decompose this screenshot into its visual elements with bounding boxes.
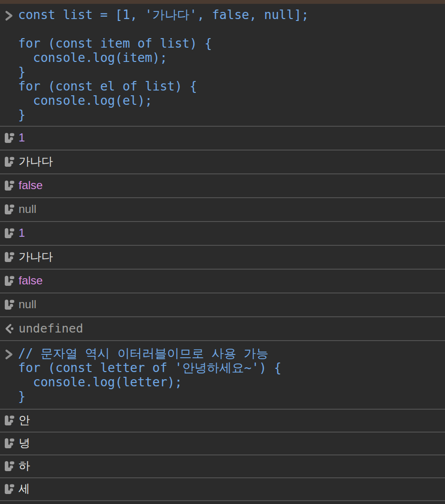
log-value-string: 세 (19, 483, 30, 495)
console-log-icon (3, 437, 16, 450)
console-log-row[interactable]: 안 (0, 409, 445, 432)
console-input-entry[interactable]: // 문자열 역시 이터러블이므로 사용 가능 for (const lette… (0, 340, 445, 409)
console-log-row[interactable]: null (0, 292, 445, 316)
code-line: } (18, 108, 445, 122)
console-log-icon (3, 179, 16, 192)
code-line: console.log(letter); (18, 375, 445, 389)
console-log-icon (3, 483, 16, 496)
code-line: for (const letter of '안녕하세요~') { (18, 361, 445, 375)
console-log-row[interactable]: false (0, 269, 445, 292)
console-log-icon (3, 131, 16, 145)
web-inspector-console: const list = [1, '가나다', false, null]; fo… (0, 0, 445, 504)
console-log-row[interactable]: false (0, 173, 445, 197)
log-value-string: 가나다 (19, 251, 53, 263)
console-log-icon (3, 227, 16, 240)
console-log-icon (3, 274, 16, 288)
console-log-row[interactable]: 녕 (0, 432, 445, 454)
console-log-row[interactable]: 세 (0, 477, 445, 500)
code-line: // 문자열 역시 이터러블이므로 사용 가능 (18, 346, 445, 361)
console-log-row[interactable]: 1 (0, 221, 445, 245)
console-log-row[interactable]: 하 (0, 454, 445, 477)
code-line: } (18, 389, 445, 403)
console-log-icon (3, 203, 16, 216)
log-value-string: 안 (19, 414, 30, 427)
console-log-icon (3, 414, 16, 427)
chevron-right-icon (3, 10, 15, 21)
code-line: console.log(el); (18, 93, 445, 108)
code-line (18, 22, 445, 36)
log-value-number: 1 (19, 132, 25, 144)
log-value-number: 1 (19, 227, 25, 240)
code-line: const list = [1, '가나다', false, null]; (18, 8, 445, 22)
console-top-strip (0, 0, 445, 4)
console-log-icon (3, 298, 16, 312)
console-log-icon (3, 251, 16, 264)
log-value-null: null (19, 299, 36, 311)
console-log-row[interactable]: 1 (0, 126, 445, 150)
code-line: } (18, 65, 445, 79)
return-value-arrow-icon (3, 322, 16, 335)
result-value-undefined: undefined (19, 323, 83, 335)
log-value-boolean: false (19, 275, 43, 287)
log-value-string: 녕 (19, 437, 30, 450)
log-value-null: null (19, 203, 36, 216)
console-result-row[interactable]: undefined (0, 316, 445, 340)
console-log-icon (3, 155, 16, 169)
log-value-string: 가나다 (19, 156, 53, 168)
console-log-row-clipped[interactable] (0, 500, 445, 504)
log-value-boolean: false (19, 180, 43, 192)
log-value-string: 하 (19, 460, 30, 473)
code-line: for (const el of list) { (18, 79, 445, 93)
chevron-right-icon (3, 349, 15, 360)
code-line: console.log(item); (18, 50, 445, 65)
code-line: for (const item of list) { (18, 36, 445, 50)
console-log-row[interactable]: 가나다 (0, 245, 445, 269)
console-log-icon (3, 460, 16, 473)
console-log-row[interactable]: 가나다 (0, 150, 445, 173)
console-input-entry[interactable]: const list = [1, '가나다', false, null]; fo… (0, 4, 445, 126)
console-log-row[interactable]: null (0, 197, 445, 221)
